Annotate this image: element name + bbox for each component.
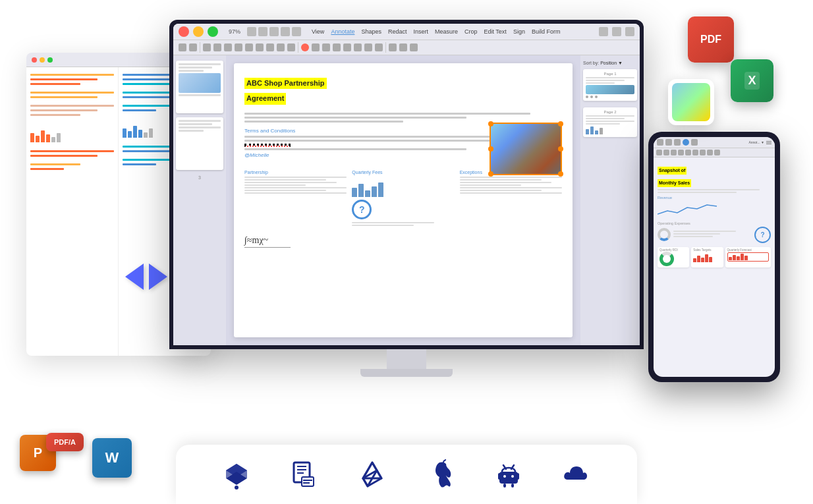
tool-14[interactable]	[322, 43, 330, 51]
menu-redact[interactable]: Redact	[388, 28, 407, 35]
android-icon[interactable]	[493, 459, 524, 490]
maximize-button[interactable]	[208, 26, 218, 37]
tablet-t2-5[interactable]	[685, 150, 691, 155]
menu-shapes[interactable]: Shapes	[361, 28, 381, 35]
apple-icon[interactable]	[425, 459, 457, 490]
tablet-tool-3[interactable]	[683, 139, 689, 146]
minimize-button[interactable]	[193, 26, 204, 37]
tool-10[interactable]	[277, 43, 285, 51]
tablet-menu-icon[interactable]	[657, 139, 663, 146]
main-scene: 97% View Annotate Shapes Redact Insert	[0, 0, 813, 504]
tablet-t2-2[interactable]	[663, 150, 669, 155]
menu-view[interactable]: View	[312, 28, 324, 35]
menu-edit-text[interactable]: Edit Text	[484, 28, 507, 35]
search-icon[interactable]	[599, 27, 608, 36]
menu-sign[interactable]: Sign	[513, 28, 525, 35]
tablet-question-circle: ?	[754, 227, 771, 243]
thumbnail-1[interactable]	[176, 61, 223, 113]
cloud-icon[interactable]	[561, 459, 592, 490]
tool-19[interactable]	[375, 43, 383, 51]
tablet-t2-3[interactable]	[671, 150, 677, 155]
tablet-t2-7[interactable]	[707, 150, 713, 155]
google-drive-icon[interactable]	[356, 459, 388, 490]
tool-12[interactable]	[301, 43, 309, 51]
tool-11[interactable]	[287, 43, 295, 51]
tool-16[interactable]	[343, 43, 351, 51]
tool-17[interactable]	[354, 43, 362, 51]
right-thumb-page1[interactable]: Page 1	[583, 69, 637, 101]
toolbar-menu: View Annotate Shapes Redact Insert Measu…	[312, 28, 560, 35]
tool-13[interactable]	[312, 43, 320, 51]
tablet-annot-label[interactable]: Annot... ▼	[748, 140, 764, 144]
menu-crop[interactable]: Crop	[464, 28, 478, 35]
tablet-t2-8[interactable]	[714, 150, 720, 155]
handle-ml[interactable]	[488, 146, 493, 152]
tablet-t2-4[interactable]	[678, 150, 684, 155]
comment-icon[interactable]	[612, 27, 621, 36]
revenue-line-chart	[658, 201, 723, 219]
tool-2[interactable]	[189, 43, 197, 51]
tablet-tool-1[interactable]	[665, 139, 672, 146]
tool-18[interactable]	[364, 43, 372, 51]
handle-bl[interactable]	[488, 171, 493, 177]
arrow-right-icon	[149, 264, 167, 290]
tablet-t2-1[interactable]	[656, 150, 662, 155]
scanner-icon[interactable]	[289, 459, 320, 490]
tablet-roi-label: Quarterly ROI	[659, 248, 687, 252]
handle-br[interactable]	[558, 171, 563, 177]
tablet-tool-4[interactable]	[691, 139, 698, 146]
tool-9[interactable]	[266, 43, 274, 51]
right-thumb-page2[interactable]: Page 2	[583, 107, 637, 137]
tool-8[interactable]	[256, 43, 264, 51]
menu-insert[interactable]: Insert	[413, 28, 428, 35]
tablet-t2-redo[interactable]	[700, 150, 706, 155]
close-dot	[32, 57, 37, 63]
mic-icon[interactable]	[625, 27, 634, 36]
tablet-t2-undo[interactable]	[692, 150, 698, 155]
monitor-inner: 97% View Annotate Shapes Redact Insert	[173, 24, 640, 345]
nav-icon-5[interactable]	[292, 27, 301, 36]
tablet-roi-donut	[659, 252, 674, 266]
handle-tl[interactable]	[488, 121, 493, 126]
nav-icon-1[interactable]	[247, 27, 256, 36]
tool-1[interactable]	[179, 43, 186, 51]
pdf-image-container	[490, 123, 562, 175]
image-viewer-card	[668, 79, 714, 125]
close-button[interactable]	[179, 26, 189, 37]
editor-content: 3 ABC Shop Partnership Agreement	[173, 55, 640, 345]
tool-redo[interactable]	[399, 43, 407, 51]
tool-undo[interactable]	[389, 43, 397, 51]
tablet-tool-2[interactable]	[674, 139, 681, 146]
pdf-badge-card: PDF	[688, 16, 734, 63]
nav-icon-4[interactable]	[281, 27, 290, 36]
svg-rect-10	[303, 480, 312, 481]
tablet-title-line1: Snapshot of	[658, 167, 687, 175]
tool-20[interactable]	[410, 43, 418, 51]
handle-mr[interactable]	[558, 146, 563, 152]
tablet-notch	[709, 133, 719, 137]
tool-3[interactable]	[203, 43, 211, 51]
right-thumb-label-2: Page 2	[586, 110, 634, 114]
menu-build-form[interactable]: Build Form	[532, 28, 561, 35]
stand-base	[360, 369, 453, 377]
tool-6[interactable]	[235, 43, 242, 51]
menu-measure[interactable]: Measure	[435, 28, 458, 35]
tablet-more-icon[interactable]	[766, 140, 771, 145]
menu-annotate[interactable]: Annotate	[331, 28, 354, 35]
tablet-revenue-label: Revenue	[658, 196, 771, 200]
tool-5[interactable]	[224, 43, 232, 51]
excel-badge-card: X	[731, 59, 773, 102]
tablet-forecast-card: Quarterly Forecast	[725, 247, 771, 267]
tool-7[interactable]	[245, 43, 253, 51]
svg-rect-15	[499, 472, 518, 484]
handle-tr[interactable]	[558, 121, 563, 126]
svg-rect-18	[503, 484, 506, 488]
nav-icon-2[interactable]	[258, 27, 267, 36]
tool-15[interactable]	[333, 43, 341, 51]
dropbox-icon[interactable]	[221, 459, 252, 490]
nav-icon-3[interactable]	[269, 27, 279, 36]
thumbnail-2[interactable]	[176, 117, 223, 170]
fees-circle-icon: ?	[352, 200, 372, 219]
tool-4[interactable]	[213, 43, 221, 51]
sort-select[interactable]: Position ▼	[600, 61, 623, 65]
